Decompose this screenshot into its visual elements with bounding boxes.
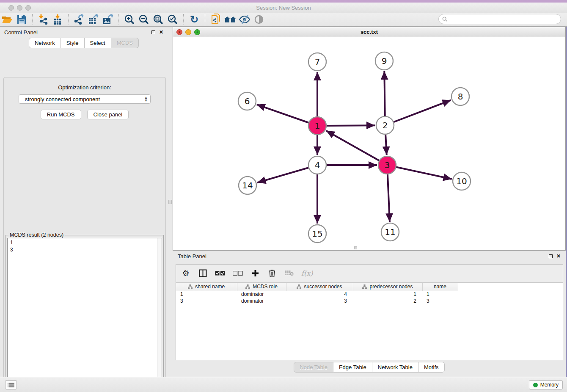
zoom-fit-icon[interactable]	[151, 14, 165, 25]
toolbar-separator	[68, 14, 69, 25]
column-header-filler	[458, 283, 563, 291]
node-label-9: 9	[382, 56, 387, 66]
tab-edge-table[interactable]: Edge Table	[333, 362, 372, 373]
toolbar-separator	[118, 14, 119, 25]
delete-table-icon[interactable]	[284, 268, 294, 278]
network-canvas[interactable]: 7968124314101511	[173, 37, 565, 250]
clone-network-icon[interactable]	[209, 14, 223, 25]
search-field[interactable]	[438, 14, 561, 24]
node-label-2: 2	[383, 120, 388, 130]
delete-column-icon[interactable]	[267, 268, 277, 278]
optimization-dropdown[interactable]: strongly connected component ▲▼	[19, 94, 151, 104]
splitter-handle-icon[interactable]	[168, 200, 172, 204]
column-type-icon	[362, 284, 367, 289]
node-label-14: 14	[242, 180, 253, 190]
table-row[interactable]: 3dominator323	[176, 298, 563, 304]
mcds-result-group: MCDS result (2 nodes) 13	[6, 235, 164, 392]
export-table-icon[interactable]	[86, 14, 101, 25]
column-type-icon	[245, 284, 250, 289]
zoom-selected-icon[interactable]	[165, 14, 180, 25]
panel-mode-icon[interactable]	[198, 268, 207, 278]
table-cell[interactable]: dominator	[237, 298, 286, 304]
search-input[interactable]	[449, 15, 561, 23]
float-panel-icon[interactable]	[151, 30, 155, 34]
float-table-panel-icon[interactable]	[549, 254, 553, 258]
deselect-all-icon[interactable]	[233, 268, 243, 278]
memory-button[interactable]: Memory	[529, 380, 563, 389]
column-header-MCDS-role[interactable]: MCDS role	[237, 283, 286, 291]
birds-eye-view-icon[interactable]	[252, 14, 266, 25]
tab-motifs[interactable]: Motifs	[418, 362, 445, 373]
home-networks-icon[interactable]	[223, 14, 237, 25]
table-cell[interactable]: dominator	[237, 291, 286, 298]
edge-1-6[interactable]	[257, 105, 317, 126]
table-cell[interactable]: 4	[286, 291, 353, 298]
column-header-successor-nodes[interactable]: successor nodes	[286, 283, 353, 291]
panel-splitter[interactable]	[168, 27, 173, 377]
node-label-7: 7	[315, 57, 320, 67]
select-all-icon[interactable]	[215, 268, 225, 278]
dropdown-stepper-icon: ▲▼	[144, 96, 148, 102]
tab-network-table[interactable]: Network Table	[372, 362, 418, 373]
open-session-icon[interactable]	[0, 14, 14, 25]
add-column-icon[interactable]	[250, 268, 260, 278]
task-history-button[interactable]	[5, 380, 17, 389]
close-panel-icon[interactable]: ✕	[159, 30, 163, 35]
table-cell[interactable]: 3	[286, 298, 353, 304]
gear-icon[interactable]: ⚙	[181, 268, 190, 278]
control-panel: Control Panel ✕ NetworkStyleSelectMCDS O…	[0, 27, 168, 377]
status-bar: Memory	[0, 377, 567, 392]
edge-2-8[interactable]	[385, 100, 451, 125]
optimization-value: strongly connected component	[25, 96, 100, 102]
table-cell[interactable]: 1	[353, 291, 422, 298]
window-title: Session: New Session	[0, 5, 567, 11]
function-builder-icon[interactable]: f(x)	[301, 268, 313, 278]
network-window: x − + scc.txt 7968124314101511	[173, 27, 566, 251]
zoom-in-icon[interactable]	[122, 14, 137, 25]
node-label-6: 6	[245, 96, 250, 106]
table-cell[interactable]: 3	[176, 298, 237, 304]
hide-graphics-details-icon[interactable]	[237, 14, 252, 25]
edge-3-1[interactable]	[326, 131, 387, 165]
tab-mcds[interactable]: MCDS	[111, 38, 139, 48]
apply-layout-icon[interactable]: ↻	[187, 14, 201, 25]
table-tabs: Node TableEdge TableNetwork TableMotifs	[173, 362, 566, 373]
mcds-result-line: 1	[10, 239, 159, 246]
toolbar-separator	[205, 14, 205, 25]
table-cell[interactable]: 3	[422, 298, 458, 304]
title-bar: Session: New Session	[0, 3, 567, 13]
run-mcds-button[interactable]: Run MCDS	[41, 110, 81, 119]
column-header-predecessor-nodes[interactable]: predecessor nodes	[353, 283, 422, 291]
table-cell[interactable]: 2	[353, 298, 422, 304]
zoom-out-icon[interactable]	[137, 14, 151, 25]
mcds-panel: Optimization criterion: strongly connect…	[3, 77, 166, 392]
column-header-name[interactable]: name	[422, 283, 458, 291]
control-panel-tabs: NetworkStyleSelectMCDS	[0, 38, 168, 48]
edge-3-10[interactable]	[387, 165, 452, 179]
tab-select[interactable]: Select	[85, 38, 111, 48]
column-type-icon	[297, 284, 301, 289]
close-table-panel-icon[interactable]: ✕	[556, 254, 561, 259]
import-table-icon[interactable]	[50, 14, 65, 25]
tab-node-table[interactable]: Node Table	[294, 362, 333, 373]
close-panel-button[interactable]: Close panel	[87, 110, 129, 119]
scrollbar-track[interactable]	[157, 238, 162, 392]
table-row[interactable]: 1dominator411	[176, 291, 563, 298]
mcds-result-text[interactable]: 13	[7, 238, 162, 392]
table-cell-filler	[458, 298, 563, 304]
table-cell[interactable]: 1	[176, 291, 237, 298]
network-window-titlebar[interactable]: x − + scc.txt	[173, 27, 565, 37]
memory-label: Memory	[540, 382, 559, 388]
node-label-1: 1	[315, 121, 320, 131]
node-label-11: 11	[385, 227, 395, 237]
export-network-icon[interactable]	[72, 14, 86, 25]
tab-style[interactable]: Style	[61, 38, 85, 48]
table-cell[interactable]: 1	[422, 291, 458, 298]
column-header-shared-name[interactable]: shared name	[176, 283, 237, 291]
tab-network[interactable]: Network	[29, 38, 61, 48]
node-label-15: 15	[312, 229, 322, 239]
import-network-icon[interactable]	[36, 14, 50, 25]
canvas-resize-handle[interactable]	[354, 246, 357, 249]
save-session-icon[interactable]	[14, 14, 29, 25]
export-image-icon[interactable]	[101, 14, 115, 25]
